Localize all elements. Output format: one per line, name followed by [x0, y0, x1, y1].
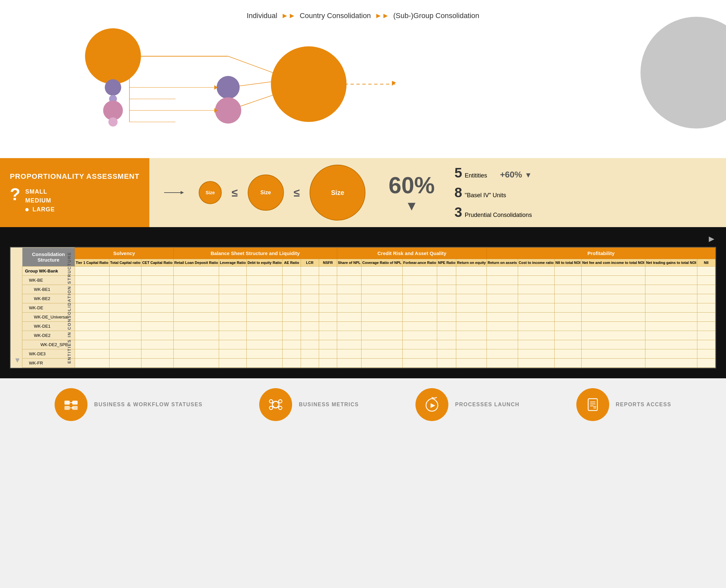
data-cell: [518, 359, 554, 368]
sub-tier1: Tier 1 Capital Ratio: [75, 259, 109, 267]
business-workflow-label: BUSINESS & WORKFLOW STATUSES: [94, 402, 202, 407]
table-row: WK-BE2: [22, 294, 715, 303]
data-cell: [402, 359, 437, 368]
data-cell: [437, 350, 456, 359]
sixty-percent: 60%: [388, 172, 435, 198]
data-cell: [402, 285, 437, 294]
data-cell: [487, 331, 518, 340]
data-cell: [337, 294, 361, 303]
data-cell: [456, 313, 487, 322]
data-cell: [247, 294, 283, 303]
data-cell: [173, 359, 219, 368]
data-cell: [437, 359, 456, 368]
data-cell: [554, 267, 582, 276]
prop-arrow-svg: [162, 188, 189, 197]
data-cell: [456, 350, 487, 359]
table-top-arrow: ►: [707, 234, 716, 244]
data-cell: [247, 322, 283, 331]
data-cell: [456, 276, 487, 285]
profitability-header: Profitability: [487, 248, 715, 259]
data-cell: [301, 294, 319, 303]
sub-nsfr: NSFR: [319, 259, 337, 267]
data-cell: [219, 350, 247, 359]
data-cell: [75, 359, 109, 368]
data-cell: [219, 331, 247, 340]
data-cell: [645, 350, 698, 359]
proportionality-title: PROPORTIONALITY ASSESSMENT: [10, 172, 140, 181]
data-cell: [402, 303, 437, 313]
data-cell: [362, 313, 403, 322]
leq-sign-1: ≤: [231, 186, 238, 199]
sub-nii: NII: [697, 259, 715, 267]
vertical-entities-label: ENTITIES IN CONSOLIDATION STRUCTURE: [67, 252, 72, 364]
reports-access-item[interactable]: REPORTS ACCESS: [576, 388, 671, 421]
data-cell: [645, 331, 698, 340]
data-cell: [109, 350, 141, 359]
data-cell: [697, 267, 715, 276]
sub-cost-income: Cost to income ratio: [518, 259, 554, 267]
sub-nii-total: NII to total NOI: [554, 259, 582, 267]
data-cell: [554, 331, 582, 340]
data-cell: [581, 276, 645, 285]
data-cell: [402, 331, 437, 340]
credit-risk-header: Credit Risk and Asset Quality: [337, 248, 486, 259]
data-cell: [554, 294, 582, 303]
processes-launch-label: PROCESSES LAUNCH: [455, 402, 519, 407]
data-cell: [219, 322, 247, 331]
data-cell: [337, 303, 361, 313]
data-cell: [75, 285, 109, 294]
data-cell: [581, 285, 645, 294]
data-cell: [362, 340, 403, 350]
sub-debt-equity: Debt to equity Ratio: [247, 259, 283, 267]
data-cell: [437, 340, 456, 350]
data-cell: [141, 294, 174, 303]
data-cell: [301, 359, 319, 368]
data-cell: [109, 313, 141, 322]
sub-net-trading: Net trading gains to total NOI: [645, 259, 698, 267]
sub-lcr: LCR: [301, 259, 319, 267]
data-cell: [554, 303, 582, 313]
processes-launch-item[interactable]: PROCESSES LAUNCH: [416, 388, 519, 421]
data-cell: [319, 350, 337, 359]
business-metrics-icon: [259, 388, 292, 421]
size-small: SMALL: [25, 188, 55, 195]
data-cell: [581, 294, 645, 303]
data-cell: [283, 322, 301, 331]
flow-header: Individual ►► Country Consolidation ►► (…: [0, 6, 726, 23]
data-cell: [487, 294, 518, 303]
data-cell: [487, 267, 518, 276]
sub-cet: CET Capital Ratio: [141, 259, 174, 267]
data-cell: [487, 303, 518, 313]
proportionality-section: PROPORTIONALITY ASSESSMENT ? SMALL MEDIU…: [0, 158, 726, 227]
data-cell: [75, 350, 109, 359]
data-cell: [337, 340, 361, 350]
data-cell: [337, 313, 361, 322]
data-cell: [141, 276, 174, 285]
svg-point-14: [105, 79, 121, 96]
svg-point-34: [269, 400, 273, 403]
data-cell: [219, 359, 247, 368]
data-cell: [319, 331, 337, 340]
data-cell: [554, 285, 582, 294]
data-cell: [456, 340, 487, 350]
sub-return-assets: Return on assets: [487, 259, 518, 267]
data-cell: [301, 322, 319, 331]
data-cell: [581, 267, 645, 276]
data-cell: [301, 350, 319, 359]
data-cell: [337, 359, 361, 368]
data-cell: [141, 303, 174, 313]
sub-net-fee: Net fee and com income to total NOI: [581, 259, 645, 267]
svg-point-18: [217, 76, 240, 99]
data-cell: [173, 350, 219, 359]
business-workflow-item[interactable]: BUSINESS & WORKFLOW STATUSES: [55, 388, 202, 421]
business-metrics-item[interactable]: BUSINESS METRICS: [259, 388, 359, 421]
table-row: WK-DE3: [22, 350, 715, 359]
reports-access-icon: [576, 388, 609, 421]
size-bubble-large: Size: [309, 165, 365, 220]
data-cell: [219, 340, 247, 350]
data-cell: [518, 340, 554, 350]
data-cell: [362, 303, 403, 313]
data-cell: [697, 294, 715, 303]
data-cell: [301, 276, 319, 285]
data-cell: [219, 313, 247, 322]
